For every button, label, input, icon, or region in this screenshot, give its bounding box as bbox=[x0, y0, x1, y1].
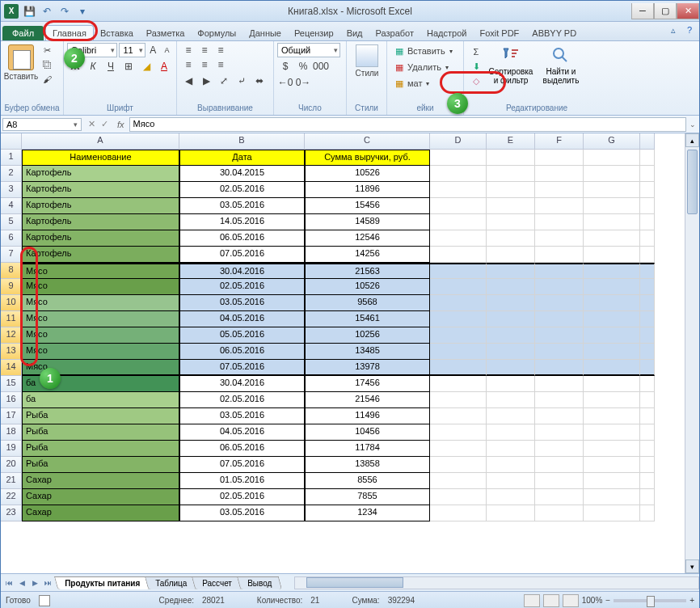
empty-cell[interactable] bbox=[584, 295, 640, 311]
empty-cell[interactable] bbox=[535, 311, 584, 327]
data-cell[interactable]: 30.04.2015 bbox=[179, 166, 305, 182]
data-cell[interactable]: 14589 bbox=[305, 214, 430, 230]
empty-cell[interactable] bbox=[487, 344, 535, 360]
data-cell[interactable]: 04.05.2016 bbox=[179, 424, 305, 441]
empty-cell[interactable] bbox=[640, 279, 655, 295]
empty-cell[interactable] bbox=[430, 344, 487, 360]
underline-button[interactable]: Ч bbox=[103, 59, 119, 74]
row-header[interactable]: 11 bbox=[1, 311, 22, 327]
empty-cell[interactable] bbox=[487, 182, 535, 198]
data-cell[interactable]: Картофель bbox=[22, 198, 179, 214]
tab-layout[interactable]: Разметка bbox=[140, 26, 192, 40]
data-cell[interactable]: Мясо bbox=[22, 263, 179, 279]
empty-cell[interactable] bbox=[430, 441, 487, 457]
empty-cell[interactable] bbox=[487, 295, 535, 311]
empty-cell[interactable] bbox=[535, 408, 584, 424]
decrease-indent-icon[interactable]: ◀ bbox=[180, 74, 196, 88]
row-header[interactable]: 5 bbox=[1, 214, 22, 230]
column-header[interactable]: F bbox=[535, 133, 584, 150]
data-cell[interactable]: 15456 bbox=[305, 198, 430, 214]
cut-icon[interactable]: ✂ bbox=[40, 43, 54, 57]
row-header[interactable]: 21 bbox=[1, 473, 22, 489]
empty-cell[interactable] bbox=[535, 182, 584, 198]
row-header[interactable]: 16 bbox=[1, 392, 22, 408]
empty-cell[interactable] bbox=[640, 489, 655, 505]
empty-cell[interactable] bbox=[430, 182, 487, 198]
empty-cell[interactable] bbox=[430, 295, 487, 311]
data-cell[interactable]: 02.05.2016 bbox=[179, 392, 305, 408]
empty-cell[interactable] bbox=[640, 230, 655, 247]
empty-cell[interactable] bbox=[487, 408, 535, 424]
row-header[interactable]: 19 bbox=[1, 441, 22, 457]
empty-cell[interactable] bbox=[640, 360, 655, 376]
data-cell[interactable]: 9568 bbox=[305, 295, 430, 311]
data-cell[interactable]: 14.05.2016 bbox=[179, 214, 305, 230]
empty-cell[interactable] bbox=[535, 360, 584, 376]
empty-cell[interactable] bbox=[487, 311, 535, 327]
grow-font-icon[interactable]: A bbox=[147, 43, 159, 57]
data-cell[interactable]: Сахар bbox=[22, 473, 179, 489]
empty-cell[interactable] bbox=[584, 441, 640, 457]
sheet-nav-last-icon[interactable]: ⏭ bbox=[41, 576, 54, 589]
empty-cell[interactable] bbox=[430, 247, 487, 263]
data-cell[interactable]: Мясо bbox=[22, 344, 179, 360]
row-header[interactable]: 1 bbox=[1, 150, 22, 166]
column-header[interactable]: B bbox=[179, 133, 305, 150]
row-header[interactable]: 14 bbox=[1, 360, 22, 376]
italic-button[interactable]: К bbox=[85, 59, 101, 74]
save-icon[interactable]: 💾 bbox=[22, 4, 36, 19]
empty-cell[interactable] bbox=[640, 408, 655, 424]
column-header[interactable]: C bbox=[305, 133, 430, 150]
data-cell[interactable]: 1234 bbox=[305, 505, 430, 521]
empty-cell[interactable] bbox=[487, 214, 535, 230]
row-header[interactable]: 22 bbox=[1, 489, 22, 505]
row-header[interactable]: 10 bbox=[1, 295, 22, 311]
empty-cell[interactable] bbox=[487, 441, 535, 457]
empty-cell[interactable] bbox=[535, 489, 584, 505]
data-cell[interactable]: 02.05.2016 bbox=[179, 489, 305, 505]
data-cell[interactable]: 01.05.2016 bbox=[179, 473, 305, 489]
align-left-icon[interactable]: ≡ bbox=[180, 57, 196, 72]
empty-cell[interactable] bbox=[584, 166, 640, 182]
data-cell[interactable]: 03.05.2016 bbox=[179, 295, 305, 311]
data-cell[interactable]: 13485 bbox=[305, 344, 430, 360]
data-cell[interactable]: Мясо bbox=[22, 279, 179, 295]
data-cell[interactable]: Картофель bbox=[22, 182, 179, 198]
tab-review[interactable]: Рецензир bbox=[288, 26, 340, 40]
comma-icon[interactable]: 000 bbox=[313, 59, 329, 74]
empty-cell[interactable] bbox=[640, 376, 655, 392]
empty-cell[interactable] bbox=[430, 360, 487, 376]
row-header[interactable]: 15 bbox=[1, 376, 22, 392]
data-cell[interactable]: Рыба bbox=[22, 408, 179, 424]
font-color-button[interactable]: A bbox=[156, 59, 172, 74]
cancel-formula-icon[interactable]: ✕ bbox=[85, 119, 98, 129]
data-cell[interactable]: 07.05.2016 bbox=[179, 360, 305, 376]
page-layout-view-icon[interactable] bbox=[543, 594, 559, 607]
align-top-icon[interactable]: ≡ bbox=[180, 43, 196, 57]
empty-cell[interactable] bbox=[640, 166, 655, 182]
empty-cell[interactable] bbox=[430, 198, 487, 214]
empty-cell[interactable] bbox=[535, 263, 584, 279]
empty-cell[interactable] bbox=[535, 295, 584, 311]
vertical-scrollbar[interactable]: ▴ ▾ bbox=[685, 133, 699, 573]
empty-cell[interactable] bbox=[640, 441, 655, 457]
number-format-combo[interactable]: Общий bbox=[277, 43, 340, 57]
empty-cell[interactable] bbox=[487, 473, 535, 489]
empty-cell[interactable] bbox=[640, 457, 655, 473]
empty-cell[interactable] bbox=[430, 505, 487, 521]
row-header[interactable]: 17 bbox=[1, 408, 22, 424]
header-cell[interactable]: Дата bbox=[179, 150, 305, 166]
empty-cell[interactable] bbox=[584, 182, 640, 198]
zoom-out-icon[interactable]: − bbox=[605, 596, 610, 605]
empty-cell[interactable] bbox=[430, 279, 487, 295]
empty-cell[interactable] bbox=[535, 214, 584, 230]
zoom-in-icon[interactable]: + bbox=[689, 596, 694, 605]
data-cell[interactable]: 7855 bbox=[305, 489, 430, 505]
data-cell[interactable]: 17456 bbox=[305, 376, 430, 392]
empty-cell[interactable] bbox=[640, 392, 655, 408]
merge-icon[interactable]: ⬌ bbox=[251, 74, 268, 88]
data-cell[interactable]: 10526 bbox=[305, 279, 430, 295]
row-header[interactable]: 23 bbox=[1, 505, 22, 521]
empty-cell[interactable] bbox=[535, 230, 584, 247]
empty-cell[interactable] bbox=[430, 392, 487, 408]
